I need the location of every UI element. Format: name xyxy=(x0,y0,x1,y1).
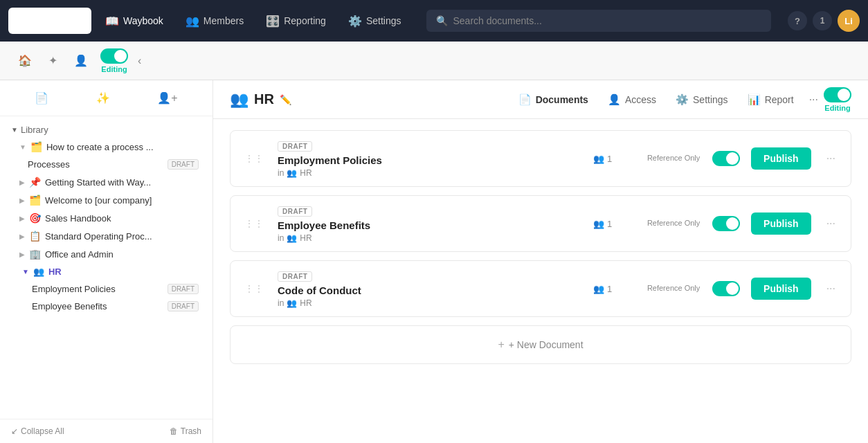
meta-count-0: 1 xyxy=(607,154,612,164)
library-label: Library xyxy=(21,125,48,135)
tab-access-label: Access xyxy=(625,94,656,105)
icon-welcome: 🗂️ xyxy=(29,195,41,206)
sidebar-footer: ↙ Collapse All 🗑 Trash xyxy=(0,419,213,443)
app-body: 📄 ✨ 👤+ ▼ Library ▼ 🗂️ How to create a pr… xyxy=(0,80,868,443)
nav-reporting[interactable]: 🎛️ Reporting xyxy=(257,10,334,32)
sidebar-item-processes[interactable]: Processes DRAFT xyxy=(3,156,210,173)
doc-body-1: DRAFT Employee Benefits in 👥 HR xyxy=(278,196,582,251)
sidebar-item-hr[interactable]: ▼ 👥 HR xyxy=(3,263,210,280)
add-user-icon[interactable]: 👤+ xyxy=(153,87,181,109)
library-arrow: ▼ xyxy=(11,126,18,134)
home-icon[interactable]: 🏠 xyxy=(11,50,39,71)
publish-button-2[interactable]: Publish xyxy=(751,278,811,300)
sidebar-doc-employment[interactable]: Employment Policies DRAFT xyxy=(3,280,210,298)
nav-waybook-label: Waybook xyxy=(123,15,163,26)
label-welcome: Welcome to [our company] xyxy=(45,195,152,206)
meta-icon-1: 👥 xyxy=(593,219,604,229)
magic-icon[interactable]: ✨ xyxy=(92,87,114,109)
trash-button[interactable]: 🗑 Trash xyxy=(170,426,201,436)
doc-toggle-1[interactable] xyxy=(712,216,740,231)
logo[interactable] xyxy=(8,8,91,34)
doc-icon[interactable]: 📄 xyxy=(30,87,53,109)
doc-toggle-2[interactable] xyxy=(712,281,740,296)
nav-waybook[interactable]: 📖 Waybook xyxy=(97,10,172,32)
badge-employment: DRAFT xyxy=(168,284,199,294)
icon-getting-started: 📌 xyxy=(29,177,41,188)
sidebar-item-sop[interactable]: ▶ 📋 Standard Operating Proc... xyxy=(3,227,210,245)
new-document-button[interactable]: + + New Document xyxy=(230,325,851,364)
icon-sales: 🎯 xyxy=(29,213,41,224)
tab-access[interactable]: 👤 Access xyxy=(598,89,666,110)
label-benefits: Employee Benefits xyxy=(32,301,107,311)
access-tab-icon: 👤 xyxy=(608,93,621,106)
doc-location-0: in 👥 HR xyxy=(278,168,582,178)
label-getting-started: Getting Started with Way... xyxy=(45,177,151,188)
tab-documents[interactable]: 📄 Documents xyxy=(509,89,598,110)
user-avatar[interactable]: Li xyxy=(838,10,860,32)
nav-members[interactable]: 👥 Members xyxy=(177,10,252,32)
sidebar-item-welcome[interactable]: ▶ 🗂️ Welcome to [our company] xyxy=(3,191,210,209)
doc-card-1: ⋮⋮ DRAFT Employee Benefits in 👥 HR 👥 1 R… xyxy=(230,195,851,252)
meta-icon-0: 👥 xyxy=(593,154,604,164)
doc-location-2: in 👥 HR xyxy=(278,298,582,308)
card-more-1[interactable]: ··· xyxy=(822,215,840,233)
tab-settings[interactable]: ⚙️ Settings xyxy=(666,89,738,110)
doc-reference-2: Reference Only xyxy=(646,283,701,293)
structure-icon[interactable]: ✦ xyxy=(42,50,64,71)
second-nav: 🏠 ✦ 👤 Editing ‹ xyxy=(0,42,868,80)
doc-title-0[interactable]: Employment Policies xyxy=(278,154,582,166)
location-label-2: HR xyxy=(300,298,311,308)
sidebar-item-sales[interactable]: ▶ 🎯 Sales Handbook xyxy=(3,209,210,227)
doc-toggle-0[interactable] xyxy=(712,151,740,166)
doc-meta-2: 👥 1 xyxy=(593,284,635,294)
collapse-all-button[interactable]: ↙ Collapse All xyxy=(11,426,64,436)
tab-report[interactable]: 📊 Report xyxy=(738,89,804,110)
collapse-sidebar-button[interactable]: ‹ xyxy=(134,51,145,71)
publish-button-0[interactable]: Publish xyxy=(751,147,811,170)
meta-icon-2: 👥 xyxy=(593,284,604,294)
doc-badge-1: DRAFT xyxy=(278,206,312,217)
library-section[interactable]: ▼ Library xyxy=(0,122,213,138)
doc-card-0: ⋮⋮ DRAFT Employment Policies in 👥 HR 👥 1… xyxy=(230,130,851,187)
drag-handle-1[interactable]: ⋮⋮ xyxy=(242,215,266,232)
nav-reporting-label: Reporting xyxy=(284,15,326,26)
drag-handle-2[interactable]: ⋮⋮ xyxy=(242,280,266,297)
sidebar: 📄 ✨ 👤+ ▼ Library ▼ 🗂️ How to create a pr… xyxy=(0,80,213,443)
team-icon[interactable]: 👤 xyxy=(67,50,95,71)
sidebar-item-getting-started[interactable]: ▶ 📌 Getting Started with Way... xyxy=(3,173,210,191)
doc-toggle-dot-0 xyxy=(726,152,739,165)
publish-button-1[interactable]: Publish xyxy=(751,213,811,235)
sidebar-doc-benefits[interactable]: Employee Benefits DRAFT xyxy=(3,298,210,315)
help-button[interactable]: ? xyxy=(788,11,807,30)
sidebar-item-office[interactable]: ▶ 🏢 Office and Admin xyxy=(3,245,210,263)
badge-benefits: DRAFT xyxy=(168,301,199,311)
edit-title-icon[interactable]: ✏️ xyxy=(280,94,291,105)
new-doc-label: + New Document xyxy=(509,339,584,350)
sidebar-item-how-to[interactable]: ▼ 🗂️ How to create a process ... xyxy=(3,138,210,156)
main-header: 👥 HR ✏️ 📄 Documents 👤 Access ⚙️ Settings xyxy=(213,80,868,119)
tab-more-button[interactable]: ··· xyxy=(804,89,824,110)
main-editing-toggle[interactable] xyxy=(824,87,851,102)
editing-toggle[interactable] xyxy=(100,48,128,64)
doc-title-2[interactable]: Code of Conduct xyxy=(278,284,582,296)
members-icon: 👥 xyxy=(186,15,199,28)
tab-settings-label: Settings xyxy=(693,94,728,105)
location-icon-0: 👥 xyxy=(287,168,297,178)
card-more-2[interactable]: ··· xyxy=(822,280,840,298)
doc-badge-0: DRAFT xyxy=(278,141,312,152)
icon-how-to: 🗂️ xyxy=(30,141,42,152)
meta-count-1: 1 xyxy=(607,219,612,229)
doc-location-1: in 👥 HR xyxy=(278,233,582,243)
location-icon-2: 👥 xyxy=(287,298,297,308)
doc-title-1[interactable]: Employee Benefits xyxy=(278,219,582,231)
search-bar[interactable]: 🔍 Search documents... xyxy=(426,10,772,32)
main-content: 👥 HR ✏️ 📄 Documents 👤 Access ⚙️ Settings xyxy=(213,80,868,443)
nav-settings[interactable]: ⚙️ Settings xyxy=(340,10,410,32)
second-nav-left: 🏠 ✦ 👤 Editing xyxy=(11,48,128,73)
label-sales: Sales Handbook xyxy=(45,213,111,224)
sidebar-toolbar: 📄 ✨ 👤+ xyxy=(0,80,213,116)
notification-badge[interactable]: 1 xyxy=(813,11,832,30)
card-more-0[interactable]: ··· xyxy=(822,150,840,168)
doc-reference-0: Reference Only xyxy=(646,153,701,163)
drag-handle-0[interactable]: ⋮⋮ xyxy=(242,150,266,167)
